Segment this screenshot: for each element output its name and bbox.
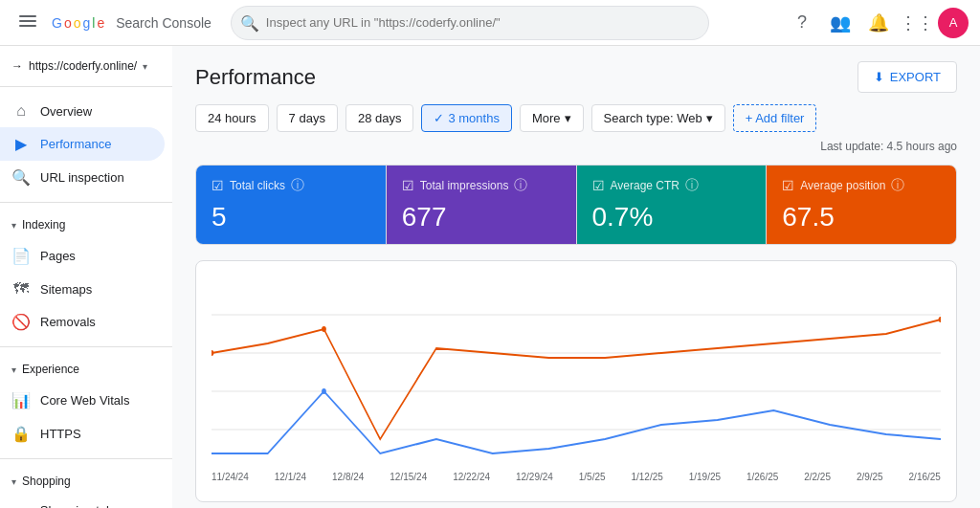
sidebar: → https://coderfy.online/ ▾ ⌂ Overview ▶… xyxy=(0,46,172,508)
search-type-arrow: ▾ xyxy=(706,111,713,125)
apps-icon[interactable]: ⋮⋮ xyxy=(900,6,934,40)
content-header: Performance ⬇ EXPORT xyxy=(172,46,980,104)
filter-more[interactable]: More ▾ xyxy=(520,104,584,132)
export-button[interactable]: ⬇ EXPORT xyxy=(858,61,957,93)
ctr-info-icon[interactable]: ⓘ xyxy=(685,177,699,194)
impressions-check: ☑ xyxy=(402,178,414,193)
chart-container: 11/24/24 12/1/24 12/8/24 12/15/24 12/22/… xyxy=(195,260,957,502)
shopping-section[interactable]: ▾ Shopping xyxy=(0,467,172,496)
shopping-caret: ▾ xyxy=(11,476,16,487)
stat-average-position: ☑ Average position ⓘ 67.5 xyxy=(767,166,956,244)
top-bar: Google Search Console 🔍 ? 👥 🔔 ⋮⋮ A xyxy=(0,0,980,46)
removals-icon: 🚫 xyxy=(11,313,31,331)
property-selector[interactable]: → https://coderfy.online/ ▾ xyxy=(0,54,172,78)
indexing-caret: ▾ xyxy=(11,220,16,231)
x-label-2: 12/8/24 xyxy=(332,472,364,482)
sidebar-item-core-web-vitals[interactable]: 📊 Core Web Vitals xyxy=(0,384,165,417)
stat-total-impressions: ☑ Total impressions ⓘ 677 xyxy=(387,166,577,244)
search-bar-icon: 🔍 xyxy=(240,13,259,32)
sidebar-label-url-inspection: URL inspection xyxy=(40,170,124,185)
x-label-9: 1/26/25 xyxy=(746,472,778,482)
shopping-label: Shopping xyxy=(22,475,71,488)
position-label: Average position xyxy=(800,179,885,192)
position-dot xyxy=(939,317,941,322)
impressions-value: 677 xyxy=(402,202,561,232)
account-circle-icon[interactable]: 👥 xyxy=(823,6,858,40)
x-label-0: 11/24/24 xyxy=(212,472,249,482)
sidebar-item-shopping-tab[interactable]: 🛍 Shopping tab listings xyxy=(0,496,165,508)
x-label-5: 12/29/24 xyxy=(516,472,553,482)
impressions-info-icon[interactable]: ⓘ xyxy=(514,177,527,194)
sidebar-item-https[interactable]: 🔒 HTTPS xyxy=(0,417,165,451)
page-title: Performance xyxy=(195,65,316,90)
x-label-8: 1/19/25 xyxy=(689,472,721,482)
stats-row: ☑ Total clicks ⓘ 5 ☑ Total impressions ⓘ… xyxy=(195,165,957,245)
filter-28d[interactable]: 28 days xyxy=(345,104,414,132)
sidebar-label-https: HTTPS xyxy=(40,427,81,441)
position-dot xyxy=(212,350,213,356)
filter-7d[interactable]: 7 days xyxy=(277,104,338,132)
property-dropdown-arrow: ▾ xyxy=(143,61,147,72)
x-label-12: 2/16/25 xyxy=(909,472,941,482)
position-dot xyxy=(322,326,326,332)
filter-3months[interactable]: ✓ 3 months xyxy=(421,104,511,132)
sidebar-item-removals[interactable]: 🚫 Removals xyxy=(0,305,165,339)
google-logo: Google xyxy=(52,15,104,31)
sidebar-label-overview: Overview xyxy=(40,104,92,119)
sidebar-item-sitemaps[interactable]: 🗺 Sitemaps xyxy=(0,273,165,305)
url-inspection-icon: 🔍 xyxy=(11,168,31,187)
sidebar-divider-2 xyxy=(0,202,172,203)
hamburger-menu[interactable] xyxy=(11,5,44,40)
add-filter-button[interactable]: + Add filter xyxy=(733,104,817,132)
position-info-icon[interactable]: ⓘ xyxy=(891,177,904,194)
last-update: Last update: 4.5 hours ago xyxy=(820,140,957,153)
ctr-label: Average CTR xyxy=(611,179,679,192)
chart-area xyxy=(212,276,941,468)
chart-x-labels: 11/24/24 12/1/24 12/8/24 12/15/24 12/22/… xyxy=(212,468,941,486)
x-label-11: 2/9/25 xyxy=(857,472,883,482)
sidebar-label-removals: Removals xyxy=(40,315,96,329)
x-label-3: 12/15/24 xyxy=(390,472,427,482)
sidebar-item-pages[interactable]: 📄 Pages xyxy=(0,239,165,273)
avatar[interactable]: A xyxy=(938,8,969,38)
sidebar-item-overview[interactable]: ⌂ Overview xyxy=(0,95,165,127)
property-url: https://coderfy.online/ xyxy=(29,59,137,73)
sidebar-item-url-inspection[interactable]: 🔍 URL inspection xyxy=(0,161,165,194)
position-check: ☑ xyxy=(782,178,794,193)
experience-label: Experience xyxy=(22,363,79,376)
top-icons: ? 👥 🔔 ⋮⋮ A xyxy=(785,6,969,40)
filters-row: 24 hours 7 days 28 days ✓ 3 months More … xyxy=(172,104,980,165)
clicks-label: Total clicks xyxy=(230,179,285,192)
app-name: Search Console xyxy=(116,15,212,31)
position-line xyxy=(212,320,941,439)
clicks-dot xyxy=(322,388,326,394)
home-icon: ⌂ xyxy=(11,102,31,120)
svg-rect-1 xyxy=(19,20,36,22)
svg-rect-0 xyxy=(19,15,36,17)
search-type-filter[interactable]: Search type: Web ▾ xyxy=(591,104,725,132)
help-icon[interactable]: ? xyxy=(785,6,819,40)
x-label-7: 1/12/25 xyxy=(631,472,662,482)
filter-24h[interactable]: 24 hours xyxy=(195,104,269,132)
chart-svg xyxy=(212,276,941,468)
ctr-check: ☑ xyxy=(592,178,605,193)
sidebar-item-performance[interactable]: ▶ Performance xyxy=(0,127,165,161)
ctr-value: 0.7% xyxy=(592,202,751,232)
x-label-6: 1/5/25 xyxy=(579,472,606,482)
url-search-bar[interactable]: 🔍 xyxy=(231,6,709,40)
export-icon: ⬇ xyxy=(874,70,884,84)
url-search-input[interactable] xyxy=(231,6,709,40)
position-value: 67.5 xyxy=(782,202,941,232)
check-icon: ✓ xyxy=(434,111,444,125)
indexing-section[interactable]: ▾ Indexing xyxy=(0,210,172,239)
sidebar-divider-1 xyxy=(0,86,172,87)
clicks-info-icon[interactable]: ⓘ xyxy=(291,177,304,194)
notifications-icon[interactable]: 🔔 xyxy=(861,6,896,40)
experience-caret: ▾ xyxy=(11,364,16,375)
experience-section[interactable]: ▾ Experience xyxy=(0,355,172,384)
clicks-value: 5 xyxy=(212,202,370,232)
x-label-4: 12/22/24 xyxy=(453,472,490,482)
clicks-check: ☑ xyxy=(212,178,224,193)
x-label-10: 2/2/25 xyxy=(804,472,831,482)
stat-average-ctr: ☑ Average CTR ⓘ 0.7% xyxy=(577,166,768,244)
